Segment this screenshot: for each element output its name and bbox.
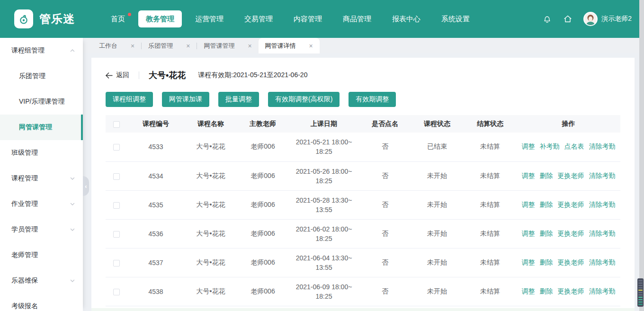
tab-label: 网管课详情 bbox=[265, 42, 296, 50]
next-row-peek bbox=[91, 308, 635, 311]
status-cell: 未开始 bbox=[411, 219, 464, 248]
bell-icon[interactable] bbox=[542, 14, 552, 24]
row-action-调整[interactable]: 调整 bbox=[522, 201, 535, 209]
nav-item-内容管理[interactable]: 内容管理 bbox=[286, 10, 330, 27]
course-date: 2021-05-26 18:00~18:25 bbox=[295, 167, 352, 186]
row-action-更换老师[interactable]: 更换老师 bbox=[558, 201, 584, 209]
brand-name: 管乐迷 bbox=[39, 11, 75, 27]
row-action-清除考勤[interactable]: 清除考勤 bbox=[589, 287, 616, 296]
row-checkbox[interactable] bbox=[113, 144, 120, 151]
column-header: 操作 bbox=[517, 115, 620, 133]
nav-item-运营管理[interactable]: 运营管理 bbox=[188, 10, 231, 27]
rollcall-cell: 否 bbox=[359, 133, 411, 161]
row-action-调整[interactable]: 调整 bbox=[522, 230, 535, 238]
widget-stripe bbox=[638, 299, 643, 300]
widget-stripe bbox=[638, 302, 643, 302]
nav-item-商品管理[interactable]: 商品管理 bbox=[335, 10, 379, 27]
tab-工作台[interactable]: 工作台× bbox=[92, 38, 141, 53]
teacher-cell: 老师006 bbox=[237, 190, 288, 219]
row-checkbox[interactable] bbox=[113, 260, 120, 267]
browser-scrollbar[interactable] bbox=[639, 0, 644, 311]
sidebar-item-乐团管理[interactable]: 乐团管理 bbox=[0, 63, 83, 89]
back-button[interactable]: 返回 bbox=[106, 71, 129, 80]
row-action-更换老师[interactable]: 更换老师 bbox=[558, 287, 584, 296]
row-action-点名表[interactable]: 点名表 bbox=[564, 142, 584, 151]
row-actions: 调整删除更换老师清除考勤 bbox=[517, 172, 620, 180]
nav-item-label: 教务管理 bbox=[146, 15, 174, 23]
row-action-更换老师[interactable]: 更换老师 bbox=[558, 172, 584, 180]
table-body: 4533大号•花花老师0062021-05-21 18:00~18:25否已结束… bbox=[106, 133, 620, 306]
row-action-删除[interactable]: 删除 bbox=[540, 172, 553, 180]
nav-item-系统设置[interactable]: 系统设置 bbox=[434, 10, 477, 27]
tab-label: 乐团管理 bbox=[148, 42, 173, 50]
sidebar-item-网管课管理[interactable]: 网管课管理 bbox=[0, 115, 83, 140]
row-action-调整[interactable]: 调整 bbox=[522, 287, 535, 296]
sidebar-item-乐器维保[interactable]: 乐器维保 bbox=[0, 268, 83, 293]
tab-乐团管理[interactable]: 乐团管理× bbox=[142, 38, 197, 53]
row-action-清除考勤[interactable]: 清除考勤 bbox=[589, 142, 616, 151]
row-checkbox[interactable] bbox=[113, 289, 120, 295]
nav-item-label: 商品管理 bbox=[343, 15, 371, 23]
action-button-课程组调整[interactable]: 课程组调整 bbox=[106, 92, 153, 107]
tab-close-icon[interactable]: × bbox=[186, 43, 190, 49]
brand[interactable]: 管乐迷 bbox=[14, 9, 75, 28]
sidebar-item-学员管理[interactable]: 学员管理 bbox=[0, 217, 83, 242]
row-action-删除[interactable]: 删除 bbox=[540, 230, 553, 238]
home-icon[interactable] bbox=[563, 14, 573, 24]
row-action-补考勤[interactable]: 补考勤 bbox=[540, 142, 560, 151]
row-checkbox[interactable] bbox=[113, 231, 120, 238]
nav-item-报表中心[interactable]: 报表中心 bbox=[385, 10, 428, 27]
actions-cell: 调整删除更换老师清除考勤 bbox=[517, 161, 620, 190]
tab-网管课详情[interactable]: 网管课详情× bbox=[259, 38, 320, 53]
sidebar-collapse-handle[interactable]: ‹ bbox=[83, 176, 89, 196]
row-action-删除[interactable]: 删除 bbox=[540, 201, 553, 209]
action-button-批量调整[interactable]: 批量调整 bbox=[218, 92, 259, 107]
select-all-checkbox[interactable] bbox=[113, 121, 120, 128]
sidebar-item-班级管理[interactable]: 班级管理 bbox=[0, 140, 83, 166]
course-date: 2021-06-02 18:00~18:25 bbox=[295, 224, 352, 243]
nav-item-首页[interactable]: 首页 bbox=[103, 10, 133, 27]
page-layout: 课程组管理乐团管理VIP/乐理课管理网管课管理班级管理课程管理作业管理学员管理老… bbox=[0, 38, 644, 311]
nav-item-教务管理[interactable]: 教务管理 bbox=[138, 10, 182, 27]
tab-close-icon[interactable]: × bbox=[131, 43, 134, 49]
tab-close-icon[interactable]: × bbox=[309, 43, 313, 49]
tab-网管课管理[interactable]: 网管课管理× bbox=[197, 38, 258, 53]
row-action-调整[interactable]: 调整 bbox=[522, 142, 535, 151]
teacher-cell: 老师006 bbox=[237, 248, 288, 277]
row-action-清除考勤[interactable]: 清除考勤 bbox=[589, 172, 616, 180]
select-all-header-cell bbox=[106, 115, 127, 133]
sidebar-item-老师管理[interactable]: 老师管理 bbox=[0, 242, 83, 268]
sidebar-menu: 课程组管理乐团管理VIP/乐理课管理网管课管理班级管理课程管理作业管理学员管理老… bbox=[0, 38, 83, 311]
row-action-更换老师[interactable]: 更换老师 bbox=[558, 258, 584, 267]
action-button-网管课加课[interactable]: 网管课加课 bbox=[162, 92, 209, 107]
action-button-有效期调整(高权限)[interactable]: 有效期调整(高权限) bbox=[268, 92, 340, 107]
row-checkbox[interactable] bbox=[113, 202, 120, 209]
row-action-删除[interactable]: 删除 bbox=[540, 258, 553, 267]
sidebar-item-VIP/乐理课管理[interactable]: VIP/乐理课管理 bbox=[0, 89, 83, 115]
sidebar-item-作业管理[interactable]: 作业管理 bbox=[0, 191, 83, 217]
sidebar-item-考级报名[interactable]: 考级报名 bbox=[0, 293, 83, 311]
row-action-清除考勤[interactable]: 清除考勤 bbox=[589, 230, 616, 238]
row-action-清除考勤[interactable]: 清除考勤 bbox=[589, 258, 616, 267]
row-action-调整[interactable]: 调整 bbox=[522, 258, 535, 267]
widget-stripe bbox=[638, 304, 643, 305]
sidebar-item-课程管理[interactable]: 课程管理 bbox=[0, 166, 83, 191]
status-cell: 未开始 bbox=[411, 190, 464, 219]
rollcall-cell: 否 bbox=[359, 161, 411, 190]
scroll-minimap-widget[interactable] bbox=[637, 278, 644, 307]
row-actions: 调整补考勤点名表清除考勤 bbox=[517, 142, 620, 151]
row-action-清除考勤[interactable]: 清除考勤 bbox=[589, 201, 616, 209]
tab-close-icon[interactable]: × bbox=[248, 43, 251, 49]
nav-item-交易管理[interactable]: 交易管理 bbox=[237, 10, 280, 27]
user-menu[interactable]: 演示老师2 bbox=[583, 12, 632, 26]
action-button-有效期调整[interactable]: 有效期调整 bbox=[349, 92, 396, 107]
row-action-删除[interactable]: 删除 bbox=[540, 287, 553, 296]
sidebar-item-课程组管理[interactable]: 课程组管理 bbox=[0, 38, 83, 63]
widget-stripe bbox=[638, 280, 643, 281]
chevron-down-icon bbox=[70, 278, 75, 284]
row-checkbox[interactable] bbox=[113, 173, 120, 180]
row-action-更换老师[interactable]: 更换老师 bbox=[558, 230, 584, 238]
table-row: 4534大号•花花老师0062021-05-26 18:00~18:25否未开始… bbox=[106, 161, 620, 190]
row-action-调整[interactable]: 调整 bbox=[522, 172, 535, 180]
sidebar-item-label: 学员管理 bbox=[11, 225, 38, 234]
